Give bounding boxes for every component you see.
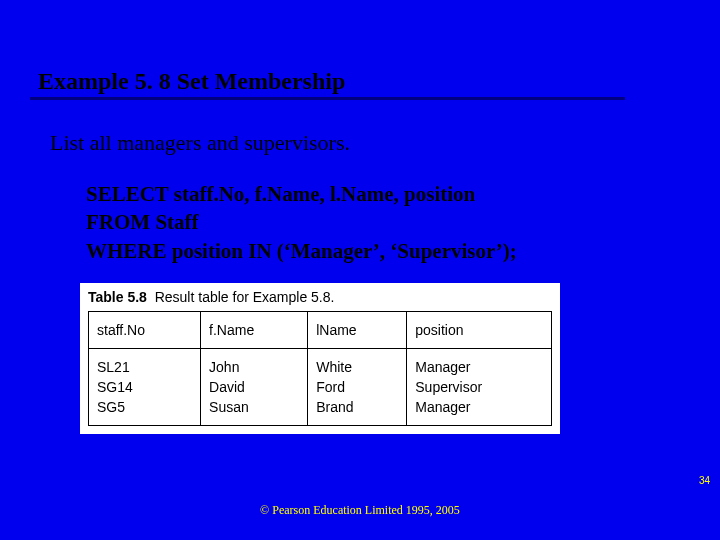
table-header-cell: lName: [308, 312, 407, 349]
table-cell: Susan: [201, 397, 308, 426]
slide: Example 5. 8 Set Membership List all man…: [0, 0, 720, 540]
sql-line-1: SELECT staff.No, f.Name, l.Name, positio…: [86, 180, 720, 208]
table-caption: Table 5.8 Result table for Example 5.8.: [88, 289, 552, 305]
table-cell: Manager: [407, 349, 552, 378]
table-cell: John: [201, 349, 308, 378]
table-caption-label: Table 5.8: [88, 289, 147, 305]
table-cell: Supervisor: [407, 377, 552, 397]
result-table-container: Table 5.8 Result table for Example 5.8. …: [80, 283, 560, 434]
table-header-cell: staff.No: [89, 312, 201, 349]
table-row: SG5 Susan Brand Manager: [89, 397, 552, 426]
table-header-row: staff.No f.Name lName position: [89, 312, 552, 349]
copyright-footer: © Pearson Education Limited 1995, 2005: [0, 503, 720, 518]
table-cell: Brand: [308, 397, 407, 426]
table-header-cell: f.Name: [201, 312, 308, 349]
table-header-cell: position: [407, 312, 552, 349]
sql-block: SELECT staff.No, f.Name, l.Name, positio…: [0, 156, 720, 265]
table-cell: David: [201, 377, 308, 397]
table-row: SL21 John White Manager: [89, 349, 552, 378]
description-text: List all managers and supervisors.: [0, 100, 720, 156]
table-caption-text: Result table for Example 5.8.: [155, 289, 335, 305]
sql-line-2: FROM Staff: [86, 208, 720, 236]
table-cell: SG5: [89, 397, 201, 426]
page-number: 34: [699, 475, 710, 486]
result-table: staff.No f.Name lName position SL21 John…: [88, 311, 552, 426]
table-cell: SG14: [89, 377, 201, 397]
table-cell: SL21: [89, 349, 201, 378]
table-cell: White: [308, 349, 407, 378]
table-cell: Ford: [308, 377, 407, 397]
table-cell: Manager: [407, 397, 552, 426]
slide-title: Example 5. 8 Set Membership: [0, 0, 720, 95]
sql-line-3: WHERE position IN (‘Manager’, ‘Superviso…: [86, 237, 720, 265]
table-row: SG14 David Ford Supervisor: [89, 377, 552, 397]
